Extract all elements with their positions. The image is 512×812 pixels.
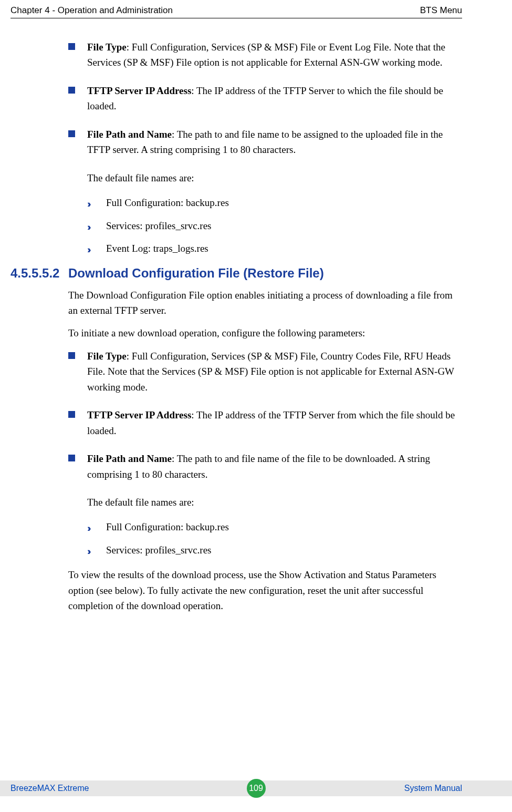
section-title: Download Configuration File (Restore Fil…	[68, 266, 324, 280]
default-item: Event Log: traps_logs.res	[106, 243, 208, 254]
page-number-badge: 109	[247, 779, 266, 798]
list-item: ››Full Configuration: backup.res	[87, 195, 462, 210]
list-item: ››Full Configuration: backup.res	[87, 519, 462, 535]
upload-defaults-list: ››Full Configuration: backup.res ››Servi…	[87, 195, 462, 256]
default-item: Services: profiles_srvc.res	[106, 220, 212, 231]
term-text: : Full Configuration, Services (SP & MSF…	[87, 42, 445, 68]
term: File Type	[87, 42, 127, 53]
download-parameter-list: File Type: Full Configuration, Services …	[68, 348, 462, 482]
list-item: ››Event Log: traps_logs.res	[87, 241, 462, 256]
list-item: ››Services: profiles_srvc.res	[87, 218, 462, 233]
upload-parameter-list: File Type: Full Configuration, Services …	[68, 39, 462, 158]
list-item: File Path and Name: The path to and file…	[68, 127, 462, 158]
section-heading: 4.5.5.5.2Download Configuration File (Re…	[11, 263, 462, 283]
chevron-icon: ››	[87, 520, 89, 536]
default-item: Full Configuration: backup.res	[106, 521, 229, 532]
list-item: TFTP Server IP Address: The IP address o…	[68, 83, 462, 114]
term: TFTP Server IP Address	[87, 85, 191, 96]
page-header: Chapter 4 - Operation and Administration…	[11, 5, 462, 17]
term-text: : Full Configuration, Services (SP & MSF…	[87, 351, 454, 393]
term: File Type	[87, 351, 127, 362]
list-item: File Path and Name: The path to and file…	[68, 451, 462, 482]
term: TFTP Server IP Address	[87, 409, 191, 420]
footer-left: BreezeMAX Extreme	[11, 784, 89, 793]
default-item: Services: profiles_srvc.res	[106, 544, 212, 556]
chevron-icon: ››	[87, 219, 89, 234]
page: Chapter 4 - Operation and Administration…	[0, 0, 512, 812]
page-footer: BreezeMAX Extreme 109 System Manual	[0, 780, 512, 801]
chevron-icon: ››	[87, 543, 89, 559]
page-number: 109	[249, 784, 263, 793]
list-item: File Type: Full Configuration, Services …	[68, 348, 462, 395]
footer-right: System Manual	[404, 784, 462, 793]
section-intro-2: To initiate a new download operation, co…	[68, 325, 462, 341]
list-item: ››Services: profiles_srvc.res	[87, 542, 462, 558]
content-area: File Type: Full Configuration, Services …	[11, 18, 462, 614]
list-item: TFTP Server IP Address: The IP address o…	[68, 407, 462, 438]
header-right: BTS Menu	[420, 5, 462, 16]
footer-bar: BreezeMAX Extreme 109 System Manual	[0, 780, 512, 796]
header-left: Chapter 4 - Operation and Administration	[11, 5, 173, 16]
term: File Path and Name	[87, 453, 172, 464]
upload-defaults-lead: The default file names are:	[68, 170, 462, 186]
chevron-icon: ››	[87, 196, 89, 211]
default-item: Full Configuration: backup.res	[106, 197, 229, 208]
term: File Path and Name	[87, 129, 172, 140]
section-outro: To view the results of the download proc…	[68, 567, 462, 613]
download-defaults-lead: The default file names are:	[68, 495, 462, 510]
download-defaults-list: ››Full Configuration: backup.res ››Servi…	[87, 519, 462, 558]
section-number: 4.5.5.5.2	[11, 263, 68, 283]
chevron-icon: ››	[87, 242, 89, 257]
section-intro-1: The Download Configuration File option e…	[68, 287, 462, 318]
list-item: File Type: Full Configuration, Services …	[68, 39, 462, 70]
